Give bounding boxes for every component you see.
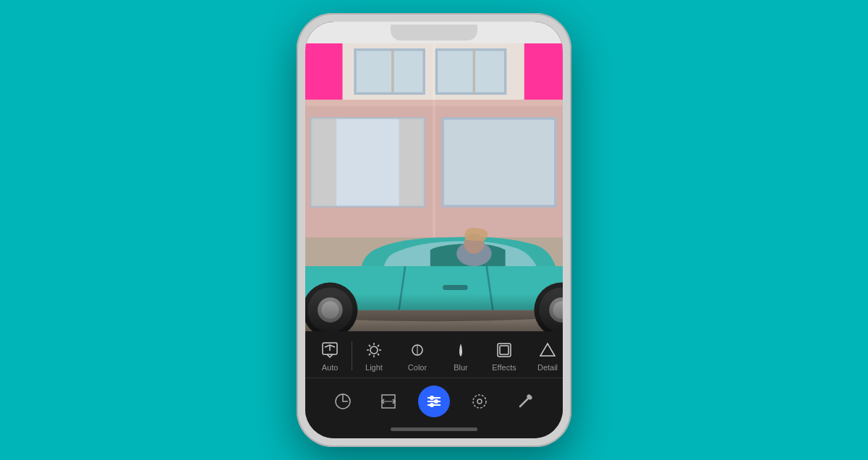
svg-rect-62 <box>500 346 509 354</box>
bottom-tool-select[interactable] <box>464 386 495 417</box>
photo-canvas <box>305 43 563 331</box>
svg-line-58 <box>378 345 379 346</box>
home-indicator <box>391 427 477 431</box>
bottom-tool-presets[interactable] <box>327 386 359 417</box>
detail-icon <box>537 340 558 360</box>
svg-point-50 <box>370 346 378 354</box>
bottom-tool-heal[interactable] <box>509 386 541 417</box>
svg-rect-8 <box>436 50 505 94</box>
tool-detail[interactable]: Detail <box>526 337 563 375</box>
tool-detail-label: Detail <box>537 363 558 372</box>
svg-line-57 <box>369 354 370 355</box>
svg-line-56 <box>378 354 379 355</box>
effects-icon <box>494 340 514 360</box>
svg-point-75 <box>473 395 486 408</box>
color-icon <box>407 340 427 360</box>
svg-rect-3 <box>305 43 343 100</box>
svg-rect-7 <box>355 50 424 94</box>
notch <box>391 25 477 41</box>
svg-rect-47 <box>305 294 563 331</box>
photo-scene <box>305 43 563 331</box>
tool-blur-label: Blur <box>454 363 468 372</box>
tool-light[interactable]: Light <box>352 337 396 375</box>
phone-screen: Auto <box>305 22 563 438</box>
tool-color[interactable]: Color <box>396 337 439 375</box>
heal-icon <box>516 392 535 411</box>
light-icon <box>364 340 384 360</box>
select-icon <box>470 392 489 411</box>
editing-panel: Auto <box>305 331 563 423</box>
svg-rect-45 <box>443 285 468 290</box>
auto-icon <box>320 340 340 360</box>
svg-rect-24 <box>443 119 556 206</box>
bottom-tool-transform[interactable] <box>373 386 404 417</box>
home-indicator-area <box>305 423 563 438</box>
blur-icon <box>451 340 471 360</box>
svg-rect-22 <box>311 119 336 206</box>
presets-icon <box>333 392 352 411</box>
tool-light-label: Light <box>365 363 383 372</box>
tools-row: Auto <box>305 331 563 378</box>
transform-icon <box>379 392 398 411</box>
tool-auto-label: Auto <box>322 363 339 372</box>
bottom-tool-sliders[interactable] <box>418 386 450 417</box>
tool-color-label: Color <box>408 363 427 372</box>
svg-point-74 <box>430 403 434 407</box>
svg-point-72 <box>430 396 434 400</box>
bottom-toolbar <box>305 378 563 423</box>
svg-point-76 <box>477 399 482 404</box>
phone-frame: Auto <box>297 13 571 447</box>
tool-auto[interactable]: Auto <box>308 337 352 375</box>
tool-blur[interactable]: Blur <box>439 337 482 375</box>
notch-area <box>305 22 563 43</box>
svg-line-55 <box>369 345 370 346</box>
svg-rect-4 <box>524 43 563 100</box>
svg-rect-23 <box>399 119 425 206</box>
tool-effects-label: Effects <box>492 363 516 372</box>
svg-marker-63 <box>540 344 555 356</box>
tool-effects[interactable]: Effects <box>482 337 526 375</box>
svg-point-73 <box>434 399 438 404</box>
sliders-icon <box>425 392 443 411</box>
